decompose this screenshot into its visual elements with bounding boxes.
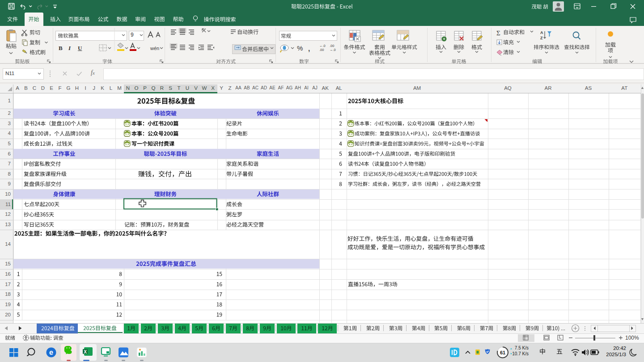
svg-text:.00: .00	[330, 44, 334, 48]
svg-text:e: e	[49, 349, 53, 356]
svg-text:wén: wén	[150, 46, 159, 51]
svg-text:%: %	[297, 44, 303, 52]
svg-text:Z: Z	[540, 36, 543, 40]
svg-text:←.0: ←.0	[319, 44, 326, 48]
svg-text:61: 61	[500, 350, 505, 355]
svg-text:A: A	[540, 30, 543, 35]
svg-text:X: X	[84, 349, 87, 354]
svg-text:,: ,	[308, 45, 310, 52]
svg-text:→.0: →.0	[330, 48, 336, 52]
svg-text:Σ: Σ	[496, 29, 500, 37]
svg-text:.00: .00	[319, 48, 324, 52]
